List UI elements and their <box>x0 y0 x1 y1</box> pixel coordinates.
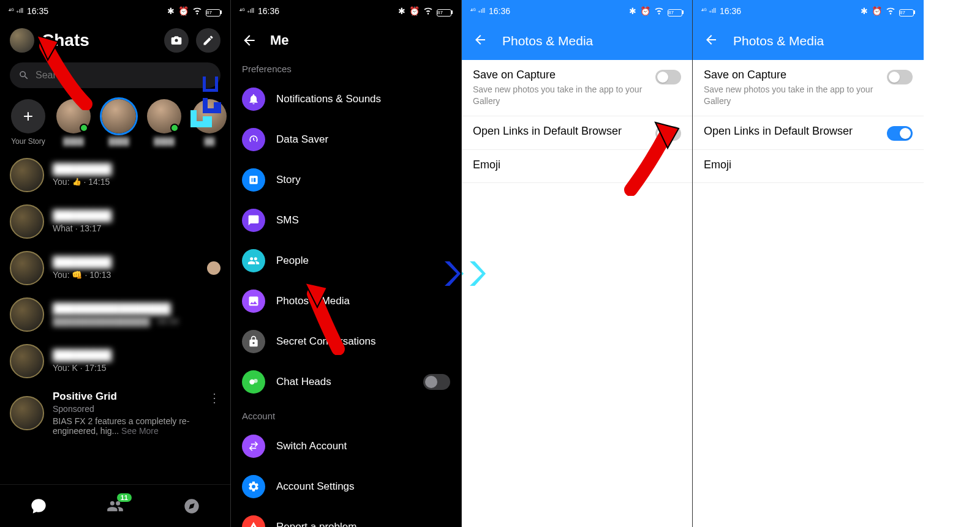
row-switch-account[interactable]: Switch Account <box>231 426 461 466</box>
compose-button[interactable] <box>196 28 221 53</box>
chat-row[interactable]: ████████ You: 👊 · 10:13 <box>0 245 230 291</box>
row-title: Save on Capture <box>473 69 648 81</box>
wifi-icon <box>192 6 202 17</box>
chat-name: ████████ <box>53 210 221 222</box>
profile-avatar[interactable] <box>10 28 34 53</box>
row-title: Emoji <box>704 159 913 171</box>
nav-people[interactable]: 11 <box>105 496 126 517</box>
bluetooth-icon: ✱ <box>398 6 405 16</box>
chat-row[interactable]: ████████ You: K · 17:15 <box>0 338 230 384</box>
row-emoji[interactable]: Emoji <box>462 150 692 183</box>
bluetooth-icon: ✱ <box>167 6 175 16</box>
battery-icon: 87 <box>899 6 915 17</box>
chat-name: ████████ <box>53 163 221 176</box>
warning-icon <box>242 515 265 527</box>
nav-chats[interactable] <box>28 496 49 517</box>
search-icon <box>18 70 29 81</box>
bluetooth-icon: ✱ <box>629 6 636 16</box>
wifi-icon <box>886 6 895 17</box>
row-save-capture[interactable]: Save on Capture Save new photos you take… <box>693 60 924 116</box>
seen-avatar <box>207 261 221 275</box>
row-label: Notifications & Sounds <box>276 93 450 105</box>
signal-icon: ⁴ᴳ ₊ıll <box>470 8 485 14</box>
svg-point-1 <box>254 379 258 383</box>
chat-row[interactable]: ████████ You: 👍 · 14:15 <box>0 152 230 198</box>
chat-row[interactable]: ████████ What · 13:17 <box>0 198 230 245</box>
row-report[interactable]: Report a problem <box>231 507 461 527</box>
wifi-icon <box>654 6 664 17</box>
status-bar: ⁴ᴳ ₊ıll16:35 ✱ ⏰ 87 <box>0 0 230 22</box>
row-emoji[interactable]: Emoji <box>693 150 924 183</box>
save-capture-toggle[interactable] <box>887 70 913 84</box>
row-label: Chat Heads <box>276 376 412 388</box>
header: Photos & Media <box>462 22 692 60</box>
back-button[interactable] <box>473 32 488 50</box>
chat-preview: You: K · 17:15 <box>53 363 221 373</box>
chat-preview: You: 👊 · 10:13 <box>53 270 198 280</box>
more-icon[interactable]: ⋮ <box>208 391 221 405</box>
story-item[interactable]: ████ <box>55 99 92 146</box>
row-data-saver[interactable]: Data Saver <box>231 119 461 160</box>
chat-row[interactable]: ████████████████ ████████████████ · 06:5… <box>0 291 230 338</box>
sponsor-desc: BIAS FX 2 features a completely re-engin… <box>53 416 200 436</box>
back-button[interactable] <box>704 32 718 50</box>
row-open-links[interactable]: Open Links in Default Browser <box>462 116 692 150</box>
sponsored-row[interactable]: Positive Grid Sponsored BIAS FX 2 featur… <box>0 384 230 442</box>
bell-icon <box>242 88 265 111</box>
section-account: Account <box>231 402 461 426</box>
battery-icon: 87 <box>668 6 684 17</box>
sponsored-label: Sponsored <box>53 404 200 414</box>
people-icon <box>242 249 265 272</box>
camera-button[interactable] <box>164 28 189 53</box>
row-title: Open Links in Default Browser <box>473 125 648 138</box>
row-account-settings[interactable]: Account Settings <box>231 466 461 507</box>
search-input[interactable] <box>36 70 212 81</box>
chat-preview: ████████████████ · 06:59 <box>53 316 221 326</box>
row-secret[interactable]: Secret Conversations <box>231 321 461 362</box>
bottom-nav: 11 <box>0 484 230 527</box>
page-title: Chats <box>42 31 157 50</box>
open-links-toggle[interactable] <box>887 126 913 141</box>
switch-icon <box>242 435 265 458</box>
row-open-links[interactable]: Open Links in Default Browser <box>693 116 924 150</box>
image-icon <box>242 290 265 313</box>
wifi-icon <box>423 6 433 17</box>
row-title: Save on Capture <box>704 69 880 81</box>
story-item[interactable]: ████ <box>100 99 137 146</box>
avatar <box>10 204 44 239</box>
your-story[interactable]: + Your Story <box>10 99 47 146</box>
nav-discover[interactable] <box>181 496 202 517</box>
story-item[interactable]: ████ <box>146 99 183 146</box>
chat-name: ████████████████ <box>53 303 221 315</box>
chat-heads-toggle[interactable] <box>423 374 450 390</box>
row-photos-media[interactable]: Photos & Media <box>231 281 461 321</box>
row-chat-heads[interactable]: Chat Heads <box>231 362 461 402</box>
row-label: Report a problem <box>276 521 450 527</box>
row-title: Emoji <box>473 159 681 171</box>
alarm-icon: ⏰ <box>178 6 189 16</box>
lock-icon <box>242 330 265 353</box>
row-notifications[interactable]: Notifications & Sounds <box>231 79 461 119</box>
chat-icon <box>242 209 265 232</box>
header: Photos & Media <box>693 22 924 60</box>
avatar <box>10 158 44 192</box>
row-save-capture[interactable]: Save on Capture Save new photos you take… <box>462 60 692 116</box>
open-links-toggle[interactable] <box>655 126 681 141</box>
search-bar[interactable] <box>10 62 221 88</box>
chat-heads-icon <box>242 370 265 394</box>
avatar <box>10 396 44 430</box>
signal-icon: ⁴ᴳ ₊ıll <box>239 8 254 14</box>
status-bar: ⁴ᴳ ₊ıll16:36 ✱ ⏰ 87 <box>693 0 924 22</box>
back-button[interactable] <box>241 32 258 49</box>
save-capture-toggle[interactable] <box>655 70 681 84</box>
row-label: Photos & Media <box>276 295 450 307</box>
row-people[interactable]: People <box>231 241 461 281</box>
alarm-icon: ⏰ <box>640 6 650 16</box>
row-sms[interactable]: SMS <box>231 200 461 241</box>
status-time: 16:35 <box>27 6 48 16</box>
story-item[interactable]: ██ <box>191 99 228 146</box>
row-sub: Save new photos you take in the app to y… <box>473 84 648 107</box>
row-story[interactable]: Story <box>231 160 461 200</box>
bluetooth-icon: ✱ <box>861 6 868 16</box>
chat-list: ████████ You: 👍 · 14:15 ████████ What · … <box>0 152 230 442</box>
